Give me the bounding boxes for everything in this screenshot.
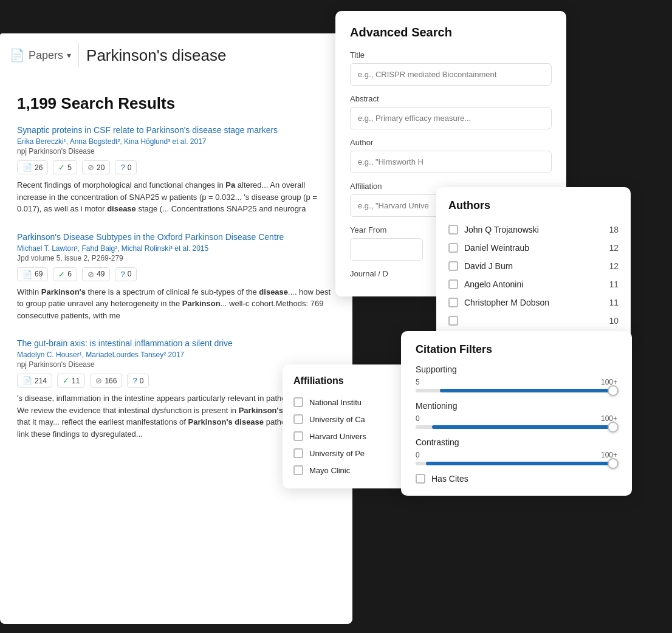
- paper-item: Synaptic proteins in CSF relate to Parki…: [17, 125, 335, 215]
- affiliation-name: University of Pe: [309, 449, 365, 458]
- stat-value: 6: [67, 270, 72, 278]
- papers-button[interactable]: 📄 Papers ▾: [10, 48, 71, 63]
- supporting-min: 5: [416, 378, 420, 386]
- affiliation-checkbox[interactable]: [293, 465, 303, 475]
- search-query[interactable]: Parkinson's disease: [86, 46, 226, 65]
- affiliation-checkbox[interactable]: [293, 431, 303, 441]
- circle-slash-icon: ⊘: [87, 163, 94, 172]
- search-bar: 📄 Papers ▾ Parkinson's disease: [0, 33, 340, 77]
- author-row: John Q Trojanowski 18: [448, 221, 619, 239]
- circle-slash-icon: ⊘: [95, 376, 102, 385]
- document-icon: 📄: [10, 48, 25, 63]
- author-row: 10: [448, 312, 619, 330]
- stat-blue: ?0: [115, 160, 137, 174]
- stat-green: ✓6: [53, 267, 77, 281]
- mentioning-label: Mentioning: [416, 401, 617, 411]
- supporting-label: Supporting: [416, 364, 617, 374]
- affiliation-checkbox[interactable]: [293, 397, 303, 407]
- paper-authors: Erika Bereczki¹, Anna Bogstedt², Kina Hö…: [17, 137, 335, 146]
- stat-gray: ⊘20: [82, 160, 110, 174]
- stat-value: 49: [97, 270, 105, 278]
- paper-abstract: Recent findings of morphological and fun…: [17, 179, 335, 215]
- circle-slash-icon: ⊘: [87, 270, 94, 279]
- stat-value: 166: [105, 377, 117, 385]
- affiliation-name: University of Ca: [309, 415, 365, 424]
- paper-title[interactable]: The gut-brain axis: is intestinal inflam…: [17, 338, 335, 348]
- affiliation-checkbox[interactable]: [293, 448, 303, 458]
- stat-doc: 📄214: [17, 374, 52, 388]
- year-from-input[interactable]: 2015: [350, 238, 423, 261]
- author-row: Daniel Weintraub 12: [448, 239, 619, 257]
- stat-value: 214: [35, 377, 47, 385]
- affiliation-row: National Institu: [293, 394, 411, 411]
- paper-abstract: Within Parkinson's there is a spectrum o…: [17, 286, 335, 322]
- stat-value: 0: [140, 377, 144, 385]
- check-icon: ✓: [63, 376, 69, 385]
- question-icon: ?: [120, 163, 125, 172]
- author-checkbox[interactable]: [448, 298, 458, 307]
- abstract-input[interactable]: [350, 107, 552, 129]
- author-name: Angelo Antonini: [464, 279, 523, 289]
- mentioning-thumb[interactable]: [608, 422, 619, 433]
- contrasting-range: 0 100+: [416, 451, 617, 459]
- author-count: 18: [609, 225, 619, 234]
- author-name: John Q Trojanowski: [464, 225, 539, 234]
- chevron-down-icon: ▾: [67, 50, 71, 60]
- author-count: 10: [609, 316, 619, 326]
- contrasting-label: Contrasting: [416, 437, 617, 447]
- contrasting-thumb[interactable]: [608, 458, 619, 469]
- stat-value: 11: [72, 377, 80, 385]
- contrasting-slider[interactable]: [416, 462, 617, 465]
- author-checkbox[interactable]: [448, 279, 458, 289]
- paper-title[interactable]: Synaptic proteins in CSF relate to Parki…: [17, 125, 335, 135]
- author-name: David J Burn: [464, 261, 513, 271]
- paper-authors: Michael T. Lawton¹, Fahd Baig², Michal R…: [17, 244, 335, 253]
- stat-value: 26: [35, 163, 43, 172]
- citation-filters-panel: Citation Filters Supporting 5 100+ Menti…: [401, 331, 632, 496]
- author-row: David J Burn 12: [448, 257, 619, 275]
- paper-stats: 📄69 ✓6 ⊘49 ?0: [17, 267, 335, 281]
- stat-value: 0: [128, 163, 132, 172]
- affiliation-row: University of Pe: [293, 445, 411, 462]
- supporting-thumb[interactable]: [608, 385, 619, 396]
- check-icon: ✓: [58, 163, 65, 172]
- stat-green: ✓11: [57, 374, 85, 388]
- affiliation-checkbox[interactable]: [293, 414, 303, 424]
- has-cites-checkbox[interactable]: [416, 474, 425, 484]
- question-icon: ?: [132, 376, 137, 385]
- paper-title[interactable]: Parkinson's Disease Subtypes in the Oxfo…: [17, 232, 335, 242]
- doc-icon: 📄: [22, 270, 32, 279]
- mentioning-slider[interactable]: [416, 425, 617, 429]
- stat-green: ✓5: [53, 160, 77, 174]
- paper-item: Parkinson's Disease Subtypes in the Oxfo…: [17, 232, 335, 322]
- stat-doc: 📄69: [17, 267, 48, 281]
- affiliation-row: Mayo Clinic: [293, 462, 411, 479]
- supporting-fill: [440, 389, 617, 392]
- author-count: 12: [609, 261, 619, 271]
- supporting-slider[interactable]: [416, 389, 617, 392]
- stat-gray: ⊘166: [90, 374, 122, 388]
- mentioning-fill: [432, 425, 617, 429]
- stat-value: 5: [67, 163, 72, 172]
- author-checkbox[interactable]: [448, 316, 458, 326]
- citation-filters-title: Citation Filters: [416, 343, 617, 356]
- doc-icon: 📄: [22, 376, 32, 385]
- paper-authors: Madelyn C. Houser¹, MariadeLourdes Tanse…: [17, 351, 335, 359]
- author-checkbox[interactable]: [448, 225, 458, 234]
- title-input[interactable]: [350, 63, 552, 86]
- mentioning-section: Mentioning 0 100+: [416, 401, 617, 429]
- author-row: Christopher M Dobson 11: [448, 293, 619, 312]
- affiliation-name: Mayo Clinic: [309, 466, 350, 475]
- author-count: 11: [609, 279, 619, 289]
- stat-blue: ?0: [115, 267, 137, 281]
- author-checkbox[interactable]: [448, 261, 458, 271]
- stat-value: 0: [128, 270, 132, 278]
- author-checkbox[interactable]: [448, 243, 458, 253]
- papers-label[interactable]: Papers: [29, 49, 63, 62]
- contrasting-section: Contrasting 0 100+: [416, 437, 617, 465]
- supporting-section: Supporting 5 100+: [416, 364, 617, 392]
- affiliation-row: University of Ca: [293, 411, 411, 428]
- abstract-field-label: Abstract: [350, 94, 552, 103]
- author-input[interactable]: [350, 151, 552, 173]
- stat-value: 20: [97, 163, 105, 172]
